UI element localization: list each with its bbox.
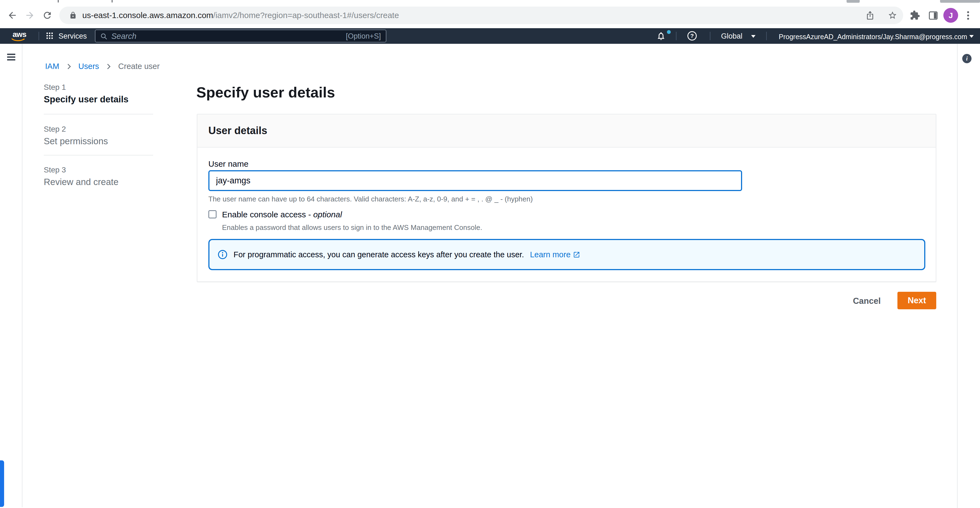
scroll-position-indicator[interactable] (0, 460, 4, 507)
screen: us-east-1.console.aws.amazon.com/iamv2/h… (0, 0, 980, 508)
bell-icon (656, 31, 666, 41)
console-search-input[interactable] (111, 30, 336, 42)
aws-logo-text: aws (10, 30, 29, 38)
info-icon: i (966, 55, 968, 62)
browser-back-button[interactable] (7, 10, 18, 21)
user-details-card: User details User name The user name can… (197, 114, 936, 282)
tab-separator (58, 0, 59, 2)
extensions-button[interactable] (910, 10, 920, 21)
chevron-down-icon (969, 35, 974, 38)
console-access-checkbox[interactable] (208, 210, 216, 219)
left-rail-divider (22, 44, 22, 507)
step-2-label: Step 2 (44, 125, 66, 134)
cancel-button[interactable]: Cancel (843, 296, 890, 306)
reload-icon (42, 10, 52, 21)
notification-dot (667, 30, 671, 34)
account-label: ProgressAzureAD_Administrators/Jay.Sharm… (779, 33, 967, 40)
chevron-right-icon (105, 62, 113, 70)
share-button[interactable] (865, 11, 875, 20)
aws-logo[interactable]: aws (10, 30, 29, 42)
right-rail-divider (957, 44, 958, 508)
card-header-title: User details (208, 114, 267, 147)
breadcrumb: IAM Users Create user (45, 62, 160, 71)
step-divider (44, 155, 153, 155)
info-panel-button[interactable]: i (962, 54, 972, 63)
programmatic-access-alert: For programmatic access, you can generat… (208, 239, 925, 270)
url-domain: us-east-1.console.aws.amazon.com (82, 11, 213, 20)
forward-arrow-icon (25, 10, 35, 21)
search-shortcut-hint: [Option+S] (346, 32, 381, 40)
side-panel-button[interactable] (928, 10, 939, 21)
question-mark-icon: ? (690, 33, 694, 39)
step-2-title[interactable]: Set permissions (44, 136, 108, 147)
username-input[interactable] (208, 170, 742, 191)
region-selector[interactable]: Global (721, 32, 742, 40)
page-title: Specify user details (196, 84, 335, 101)
back-arrow-icon (7, 10, 18, 21)
avatar-initial: J (948, 11, 953, 20)
nav-divider (710, 32, 710, 40)
tab-separator (111, 0, 113, 2)
services-menu-label[interactable]: Services (59, 32, 87, 40)
username-help-text: The user name can have up to 64 characte… (208, 195, 533, 203)
side-panel-icon (928, 10, 939, 21)
alert-text: For programmatic access, you can generat… (234, 250, 524, 259)
breadcrumb-users-link[interactable]: Users (78, 62, 99, 71)
aws-top-nav: aws Services [Option+S] ? Gl (0, 28, 980, 44)
menu-icon (7, 54, 15, 55)
console-access-row: Enable console access - optional (208, 210, 342, 219)
bookmark-button[interactable] (888, 11, 897, 20)
console-search-box: [Option+S] (95, 30, 387, 42)
browser-tab-strip (0, 0, 980, 3)
browser-reload-button[interactable] (42, 10, 52, 21)
info-circle-icon (218, 250, 228, 259)
username-label: User name (208, 159, 248, 169)
browser-menu-button[interactable] (966, 9, 970, 21)
share-icon (865, 11, 875, 20)
star-icon (888, 11, 897, 20)
sidebar-toggle-button[interactable] (7, 54, 16, 61)
external-link-icon (573, 251, 580, 258)
step-3-title[interactable]: Review and create (44, 177, 118, 187)
console-access-label[interactable]: Enable console access - optional (222, 210, 342, 219)
notifications-button[interactable] (656, 31, 666, 41)
next-button[interactable]: Next (897, 292, 936, 309)
browser-forward-button[interactable] (25, 10, 35, 21)
tab-strip-fragment (846, 0, 860, 3)
lock-icon (69, 11, 77, 19)
browser-profile-avatar[interactable]: J (943, 8, 958, 23)
console-content: i IAM Users Create user Step 1 Specify u… (0, 44, 980, 508)
nav-divider (38, 32, 39, 40)
step-3-label: Step 3 (44, 166, 66, 174)
chevron-right-icon (65, 62, 73, 70)
account-menu-button[interactable]: ProgressAzureAD_Administrators/Jay.Sharm… (779, 33, 967, 41)
step-1-title[interactable]: Specify user details (44, 94, 129, 105)
card-header: User details (197, 114, 936, 147)
region-label: Global (721, 32, 742, 40)
help-button[interactable]: ? (687, 31, 697, 40)
tab-strip-fragment (940, 0, 980, 3)
url-text: us-east-1.console.aws.amazon.com/iamv2/h… (82, 6, 399, 24)
nav-divider (676, 32, 676, 40)
step-1-label: Step 1 (44, 83, 66, 92)
optional-suffix: optional (313, 210, 342, 219)
learn-more-link[interactable]: Learn more (530, 250, 580, 259)
browser-toolbar: us-east-1.console.aws.amazon.com/iamv2/h… (0, 3, 980, 28)
services-grid-icon (46, 33, 53, 39)
step-divider (44, 114, 153, 114)
address-bar[interactable]: us-east-1.console.aws.amazon.com/iamv2/h… (59, 6, 903, 24)
search-icon (100, 33, 107, 40)
console-access-help-text: Enables a password that allows users to … (222, 223, 482, 232)
breadcrumb-iam-link[interactable]: IAM (45, 62, 59, 71)
aws-smile-icon (10, 38, 26, 42)
kebab-icon (967, 11, 969, 13)
chevron-down-icon (751, 35, 756, 38)
nav-divider (766, 32, 767, 40)
puzzle-icon (910, 10, 920, 21)
services-menu-button[interactable] (46, 33, 53, 39)
url-path: /iamv2/home?region=ap-southeast-1#/users… (213, 11, 399, 20)
breadcrumb-current: Create user (118, 62, 160, 71)
